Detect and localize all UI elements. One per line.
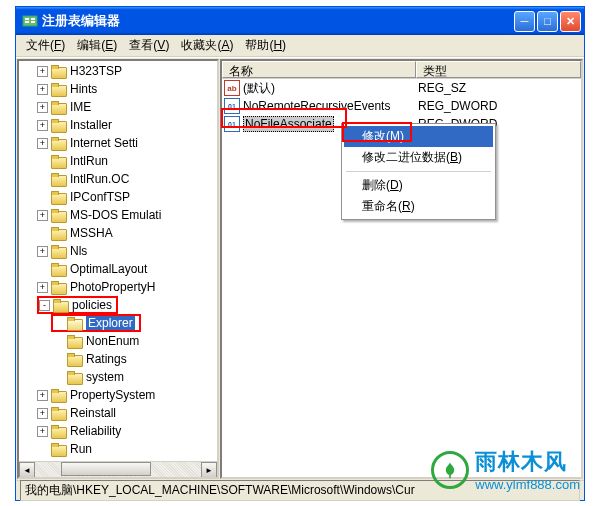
folder-icon bbox=[51, 119, 67, 132]
menu-help[interactable]: 帮助(H) bbox=[239, 35, 292, 56]
col-name[interactable]: 名称 bbox=[222, 61, 416, 78]
client-area: +H323TSP+Hints+IME+Installer+Internet Se… bbox=[16, 57, 584, 480]
minimize-button[interactable]: ─ bbox=[514, 11, 535, 32]
tree-node[interactable]: Ratings bbox=[19, 350, 217, 368]
list-pane: 名称 类型 ab(默认)REG_SZ01NoRemoteRecursiveEve… bbox=[220, 59, 583, 479]
tree-label: IntlRun.OC bbox=[70, 172, 129, 186]
context-menu: 修改(M) 修改二进位数据(B) 删除(D) 重命名(R) bbox=[341, 123, 496, 220]
folder-icon bbox=[51, 461, 67, 462]
expand-icon bbox=[37, 174, 48, 185]
value-type: REG_SZ bbox=[416, 81, 516, 95]
tree-node[interactable]: +IME bbox=[19, 98, 217, 116]
tree-node[interactable]: +H323TSP bbox=[19, 62, 217, 80]
folder-icon bbox=[51, 83, 67, 96]
folder-icon bbox=[51, 425, 67, 438]
scroll-right-button[interactable]: ► bbox=[201, 462, 217, 478]
tree-scroll[interactable]: +H323TSP+Hints+IME+Installer+Internet Se… bbox=[19, 61, 217, 461]
tree-node[interactable]: +Installer bbox=[19, 116, 217, 134]
tree-label: Internet Setti bbox=[70, 136, 138, 150]
string-icon: ab bbox=[224, 80, 240, 96]
svg-rect-4 bbox=[31, 21, 35, 23]
tree-label: Hints bbox=[70, 82, 97, 96]
watermark-brand: 雨林木风 bbox=[475, 447, 580, 477]
list-header: 名称 类型 bbox=[222, 61, 581, 79]
folder-icon bbox=[51, 227, 67, 240]
tree-node[interactable]: IPConfTSP bbox=[19, 188, 217, 206]
menu-view[interactable]: 查看(V) bbox=[123, 35, 175, 56]
tree-node[interactable]: +Reinstall bbox=[19, 404, 217, 422]
tree-node[interactable]: system bbox=[19, 368, 217, 386]
folder-icon bbox=[51, 407, 67, 420]
tree-node[interactable]: +PropertySystem bbox=[19, 386, 217, 404]
folder-icon bbox=[67, 353, 83, 366]
expand-icon bbox=[53, 354, 64, 365]
menu-modify[interactable]: 修改(M) bbox=[344, 126, 493, 147]
col-type[interactable]: 类型 bbox=[416, 61, 581, 78]
expand-icon bbox=[53, 372, 64, 383]
tree-label: Run bbox=[70, 442, 92, 456]
folder-icon bbox=[51, 155, 67, 168]
tree-label: Explorer bbox=[86, 316, 135, 330]
tree-node[interactable]: RunOnce bbox=[19, 458, 217, 461]
folder-icon bbox=[51, 65, 67, 78]
tree-node[interactable]: Explorer bbox=[19, 314, 217, 332]
titlebar[interactable]: 注册表编辑器 ─ □ ✕ bbox=[16, 7, 584, 35]
expand-icon[interactable]: + bbox=[37, 426, 48, 437]
expand-icon[interactable]: + bbox=[37, 246, 48, 257]
tree-label: policies bbox=[72, 298, 112, 312]
svg-rect-2 bbox=[25, 21, 29, 23]
scroll-left-button[interactable]: ◄ bbox=[19, 462, 35, 478]
tree-label: Ratings bbox=[86, 352, 127, 366]
tree-label: MS-DOS Emulati bbox=[70, 208, 161, 222]
tree-hscrollbar[interactable]: ◄ ► bbox=[19, 461, 217, 477]
tree-node[interactable]: +Nls bbox=[19, 242, 217, 260]
expand-icon[interactable]: + bbox=[37, 390, 48, 401]
expand-icon[interactable]: + bbox=[37, 84, 48, 95]
tree-node[interactable]: +PhotoPropertyH bbox=[19, 278, 217, 296]
folder-open-icon bbox=[67, 317, 83, 330]
value-row[interactable]: ab(默认)REG_SZ bbox=[222, 79, 581, 97]
menu-rename[interactable]: 重命名(R) bbox=[344, 196, 493, 217]
tree-node[interactable]: +Reliability bbox=[19, 422, 217, 440]
expand-icon[interactable]: + bbox=[37, 138, 48, 149]
menu-delete[interactable]: 删除(D) bbox=[344, 175, 493, 196]
tree-label: IntlRun bbox=[70, 154, 108, 168]
menu-edit[interactable]: 编辑(E) bbox=[71, 35, 123, 56]
tree-label: H323TSP bbox=[70, 64, 122, 78]
expand-icon[interactable]: + bbox=[37, 102, 48, 113]
tree-node[interactable]: NonEnum bbox=[19, 332, 217, 350]
tree-label: RunOnce bbox=[70, 460, 121, 461]
folder-icon bbox=[53, 299, 69, 312]
expand-icon[interactable]: + bbox=[37, 210, 48, 221]
scroll-track[interactable] bbox=[35, 462, 201, 477]
tree-label: Installer bbox=[70, 118, 112, 132]
expand-icon[interactable]: + bbox=[37, 120, 48, 131]
expand-icon[interactable]: - bbox=[39, 300, 50, 311]
folder-icon bbox=[51, 443, 67, 456]
tree-node[interactable]: +Hints bbox=[19, 80, 217, 98]
folder-icon bbox=[51, 101, 67, 114]
menu-file[interactable]: 文件(F) bbox=[20, 35, 71, 56]
expand-icon bbox=[37, 156, 48, 167]
close-button[interactable]: ✕ bbox=[560, 11, 581, 32]
value-name: (默认) bbox=[243, 80, 275, 97]
expand-icon[interactable]: + bbox=[37, 66, 48, 77]
expand-icon[interactable]: + bbox=[37, 408, 48, 419]
tree-node[interactable]: +MS-DOS Emulati bbox=[19, 206, 217, 224]
value-row[interactable]: 01NoRemoteRecursiveEventsREG_DWORD bbox=[222, 97, 581, 115]
tree-node[interactable]: Run bbox=[19, 440, 217, 458]
tree-node[interactable]: IntlRun.OC bbox=[19, 170, 217, 188]
expand-icon[interactable]: + bbox=[37, 282, 48, 293]
tree-node[interactable]: -policies bbox=[19, 296, 217, 314]
expand-icon bbox=[37, 192, 48, 203]
tree-label: IME bbox=[70, 100, 91, 114]
tree-node[interactable]: +Internet Setti bbox=[19, 134, 217, 152]
tree-node[interactable]: OptimalLayout bbox=[19, 260, 217, 278]
scroll-thumb[interactable] bbox=[61, 462, 151, 476]
tree-label: PropertySystem bbox=[70, 388, 155, 402]
tree-node[interactable]: MSSHA bbox=[19, 224, 217, 242]
menu-modify-binary[interactable]: 修改二进位数据(B) bbox=[344, 147, 493, 168]
menu-favorites[interactable]: 收藏夹(A) bbox=[175, 35, 239, 56]
tree-node[interactable]: IntlRun bbox=[19, 152, 217, 170]
maximize-button[interactable]: □ bbox=[537, 11, 558, 32]
